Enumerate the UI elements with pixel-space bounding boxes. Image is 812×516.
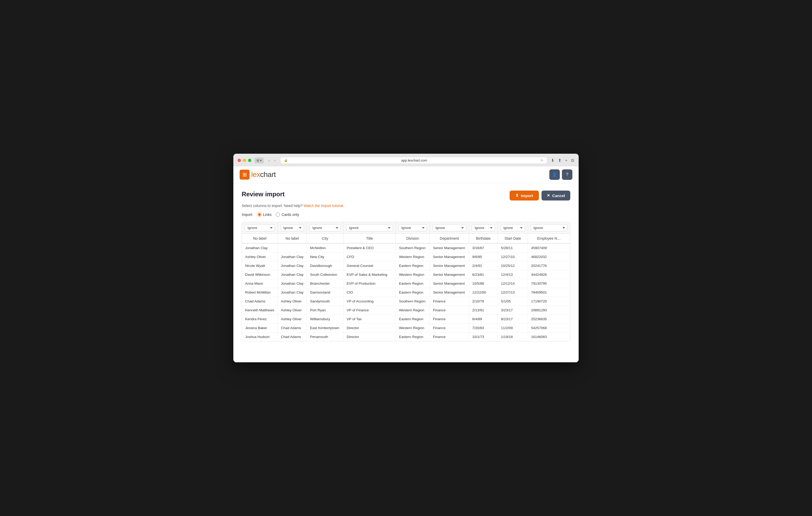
cell-r4-c0: Anna Mann bbox=[242, 279, 278, 288]
radio-cards[interactable] bbox=[276, 213, 280, 217]
maximize-button[interactable] bbox=[248, 159, 252, 162]
radio-links-label[interactable]: Links bbox=[257, 213, 272, 217]
cell-r8-c8: 20236635 bbox=[528, 315, 570, 324]
dropdown-col4[interactable]: IgnoreTitle bbox=[346, 224, 393, 231]
cell-r0-c5: Senior Management bbox=[430, 243, 469, 252]
cell-r6-c5: Finance bbox=[430, 297, 469, 306]
table-row: Nicole WyattJonathan ClayDavidboroughGen… bbox=[242, 262, 570, 270]
cell-r6-c8: 17190720 bbox=[528, 297, 570, 306]
cell-r0-c4: Southern Region bbox=[396, 243, 430, 252]
url-text: app.lexchart.com bbox=[290, 158, 539, 162]
cell-r4-c3: EVP of Production bbox=[344, 279, 396, 288]
header-col8: Start Date bbox=[498, 234, 528, 244]
app-content: ⊞ lexchart 👤 ? Review import ⬆ Import ✕ bbox=[233, 166, 579, 362]
cell-r5-c1: Jonathan Clay bbox=[278, 288, 307, 297]
close-button[interactable] bbox=[237, 159, 241, 162]
cell-r6-c1: Ashley Oliver bbox=[278, 297, 307, 306]
cell-r2-c8: 20241776 bbox=[528, 262, 570, 270]
cell-r3-c3: EVP of Sales & Marketing bbox=[344, 270, 396, 279]
dropdown-col3[interactable]: IgnoreCity bbox=[310, 224, 341, 231]
download-icon[interactable]: ⬇ bbox=[550, 157, 555, 163]
table-row: Chad AdamsAshley OliverSandymouthVP of A… bbox=[242, 297, 570, 306]
dropdown-col5[interactable]: IgnoreDivision bbox=[399, 224, 427, 231]
cell-r10-c5: Finance bbox=[430, 333, 469, 341]
share-icon[interactable]: ⬆ bbox=[557, 157, 562, 163]
dropdown-col6[interactable]: IgnoreDepartment bbox=[432, 224, 466, 231]
cell-r2-c0: Nicole Wyatt bbox=[242, 262, 278, 270]
action-buttons: ⬆ Import ✕ Cancel bbox=[510, 190, 570, 201]
logo-icon: ⊞ bbox=[240, 170, 250, 180]
table-row: Robert McMillanJonathan ClayGarrisonland… bbox=[242, 288, 570, 297]
new-tab-icon[interactable]: + bbox=[564, 158, 568, 163]
import-label: Import bbox=[521, 193, 533, 198]
cell-r8-c3: VP of Tax bbox=[344, 315, 396, 324]
dropdown-col1[interactable]: IgnoreNameManager bbox=[244, 224, 275, 231]
cancel-icon: ✕ bbox=[547, 193, 550, 198]
tab-overview-icon[interactable]: ⧉ bbox=[571, 158, 575, 163]
cell-r9-c1: Chad Adams bbox=[278, 324, 307, 333]
radio-links[interactable] bbox=[257, 213, 262, 217]
cancel-button[interactable]: ✕ Cancel bbox=[542, 190, 570, 201]
cell-r1-c5: Senior Management bbox=[430, 252, 469, 262]
col-dropdown-7: IgnoreBirthdate bbox=[469, 222, 498, 234]
col-dropdown-8: IgnoreStart Date bbox=[498, 222, 528, 234]
cell-r9-c7: 11/2/09 bbox=[498, 324, 528, 333]
browser-window: ⊞ ▾ ‹ › 🔒 app.lexchart.com ↻ ⬇ ⬆ + ⧉ ⊞ l… bbox=[233, 154, 579, 362]
radio-links-text: Links bbox=[263, 213, 272, 217]
cell-r4-c8: 79130795 bbox=[528, 279, 570, 288]
header-col6: Department bbox=[430, 234, 469, 244]
header-col7: Birthdate bbox=[469, 234, 498, 244]
cell-r1-c8: 46822032 bbox=[528, 252, 570, 262]
refresh-icon[interactable]: ↻ bbox=[541, 159, 543, 162]
import-table-wrapper: IgnoreNameManager IgnoreNameManager bbox=[242, 222, 570, 341]
cell-r3-c6: 6/23/81 bbox=[469, 270, 498, 279]
cell-r3-c7: 12/4/13 bbox=[498, 270, 528, 279]
cell-r7-c6: 2/13/91 bbox=[469, 306, 498, 315]
cell-r4-c4: Eastern Region bbox=[396, 279, 430, 288]
address-bar[interactable]: 🔒 app.lexchart.com ↻ bbox=[280, 157, 547, 164]
cell-r6-c3: VP of Accounting bbox=[344, 297, 396, 306]
cell-r3-c0: David Wilkinson bbox=[242, 270, 278, 279]
cell-r7-c7: 3/23/17 bbox=[498, 306, 528, 315]
import-button[interactable]: ⬆ Import bbox=[510, 190, 539, 201]
dropdown-col8[interactable]: IgnoreStart Date bbox=[500, 224, 525, 231]
table-row: Joshua HudsonChad AdamsPenamouthDirector… bbox=[242, 333, 570, 341]
traffic-lights bbox=[237, 159, 252, 162]
cell-r4-c2: Brianchester bbox=[307, 279, 344, 288]
header-col9: Employee N… bbox=[528, 234, 570, 244]
cell-r2-c3: General Counsel bbox=[344, 262, 396, 270]
help-text-static: Select columns to import. Need help? bbox=[242, 204, 303, 208]
back-button[interactable]: ‹ bbox=[267, 158, 271, 163]
dropdown-col2[interactable]: IgnoreNameManager bbox=[281, 224, 304, 231]
table-body: Jonathan ClayMcNeiltonPresident & CEOSou… bbox=[242, 243, 570, 341]
import-table: IgnoreNameManager IgnoreNameManager bbox=[242, 222, 570, 341]
forward-button[interactable]: › bbox=[272, 158, 277, 163]
import-toggle-label: Import: bbox=[242, 213, 253, 217]
cell-r9-c4: Western Region bbox=[396, 324, 430, 333]
cell-r5-c2: Garrisonland bbox=[307, 288, 344, 297]
tutorial-link[interactable]: Watch the import tutorial. bbox=[304, 204, 344, 208]
dropdown-col9[interactable]: IgnoreEmployee Number bbox=[530, 224, 568, 231]
dropdown-col7[interactable]: IgnoreBirthdate bbox=[472, 224, 495, 231]
user-profile-button[interactable]: 👤 bbox=[549, 170, 560, 180]
cell-r0-c2: McNeilton bbox=[307, 243, 344, 252]
help-button[interactable]: ? bbox=[562, 170, 572, 180]
minimize-button[interactable] bbox=[243, 159, 246, 162]
col-dropdown-3: IgnoreCity bbox=[307, 222, 344, 234]
cell-r10-c7: 1/19/18 bbox=[498, 333, 528, 341]
cell-r5-c4: Eastern Region bbox=[396, 288, 430, 297]
col-dropdown-6: IgnoreDepartment bbox=[430, 222, 469, 234]
cell-r6-c4: Southern Region bbox=[396, 297, 430, 306]
header-col1: No label bbox=[242, 234, 278, 244]
nav-controls: ‹ › bbox=[267, 158, 277, 163]
browser-chrome: ⊞ ▾ ‹ › 🔒 app.lexchart.com ↻ ⬇ ⬆ + ⧉ bbox=[233, 154, 579, 166]
page-title: Review import bbox=[242, 190, 285, 198]
radio-cards-label[interactable]: Cards only bbox=[276, 213, 299, 217]
sidebar-toggle-button[interactable]: ⊞ ▾ bbox=[255, 158, 264, 163]
browser-actions: ⬇ ⬆ + ⧉ bbox=[550, 157, 575, 163]
cell-r6-c7: 5/1/05 bbox=[498, 297, 528, 306]
header-col4: Title bbox=[344, 234, 396, 244]
cell-r4-c7: 12/12/14 bbox=[498, 279, 528, 288]
header-col2: No label bbox=[278, 234, 307, 244]
cell-r1-c3: CFO bbox=[344, 252, 396, 262]
